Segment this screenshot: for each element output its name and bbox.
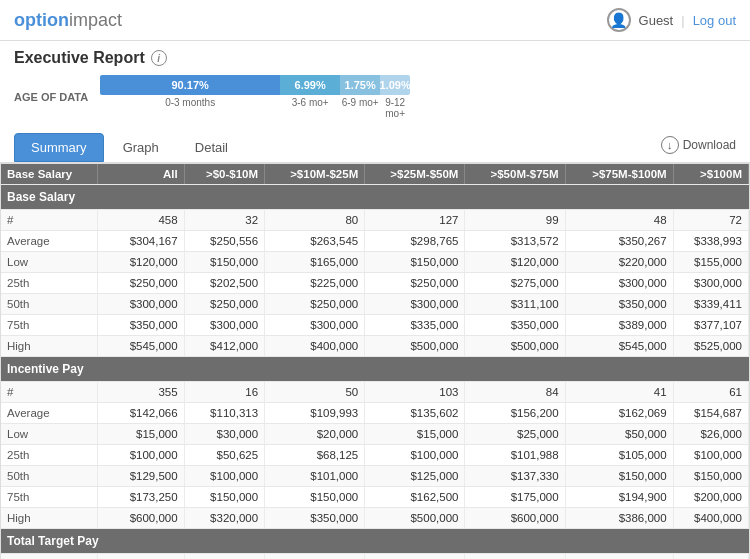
table-cell: Average: [1, 554, 97, 560]
table-cell: $300,000: [565, 273, 673, 294]
table-cell: $220,000: [565, 252, 673, 273]
table-cell: $50,625: [184, 445, 264, 466]
table-cell: $313,572: [465, 231, 565, 252]
table-cell: 458: [97, 210, 184, 231]
section-title: Total Target Pay: [1, 529, 749, 554]
table-cell: $125,000: [365, 466, 465, 487]
table-cell: $500,000: [365, 508, 465, 529]
table-cell: $68,125: [265, 445, 365, 466]
table-cell: $263,545: [265, 231, 365, 252]
table-cell: #: [1, 210, 97, 231]
logo: optionimpact: [14, 10, 122, 31]
table-container[interactable]: Base SalaryAll>$0-$10M>$10M-$25M>$25M-$5…: [0, 163, 750, 559]
table-row: 50th$129,500$100,000$101,000$125,000$137…: [1, 466, 749, 487]
age-segment: 6.99%: [280, 75, 340, 95]
table-cell: 99: [465, 210, 565, 231]
table-cell: $250,000: [97, 273, 184, 294]
age-bar-container: 90.17%6.99%1.75%1.09% 0-3 months3-6 mo+6…: [100, 75, 410, 119]
table-cell: 72: [673, 210, 748, 231]
tab-graph[interactable]: Graph: [106, 133, 176, 162]
table-row: Average$304,167$250,556$263,545$298,765$…: [1, 231, 749, 252]
age-segment: 1.75%: [340, 75, 380, 95]
table-cell: $173,250: [97, 487, 184, 508]
table-cell: $500,000: [465, 336, 565, 357]
download-button[interactable]: ↓ Download: [661, 136, 736, 160]
table-row: 25th$250,000$202,500$225,000$250,000$275…: [1, 273, 749, 294]
col-header-0: Base Salary: [1, 164, 97, 185]
table-cell: $101,988: [465, 445, 565, 466]
table-cell: $100,000: [97, 445, 184, 466]
table-cell: $500,000: [365, 336, 465, 357]
table-cell: 84: [465, 382, 565, 403]
table-cell: 32: [184, 210, 264, 231]
table-cell: $250,000: [365, 273, 465, 294]
table-cell: $150,000: [184, 487, 264, 508]
table-cell: $335,000: [365, 315, 465, 336]
table-cell: $446,105: [465, 554, 565, 560]
table-cell: 127: [365, 210, 465, 231]
age-segment-label: 6-9 mo+: [340, 97, 380, 119]
table-cell: $600,000: [97, 508, 184, 529]
table-cell: $109,993: [265, 403, 365, 424]
table-cell: $300,000: [365, 294, 465, 315]
col-header-5: >$50M-$75M: [465, 164, 565, 185]
table-cell: $350,267: [565, 231, 673, 252]
age-segment: 1.09%: [380, 75, 410, 95]
table-cell: High: [1, 508, 97, 529]
table-cell: $15,000: [365, 424, 465, 445]
table-cell: $165,000: [265, 252, 365, 273]
table-cell: $304,167: [97, 231, 184, 252]
tab-detail[interactable]: Detail: [178, 133, 245, 162]
age-segment-label: 3-6 mo+: [280, 97, 340, 119]
logo-text-2: impact: [69, 10, 122, 30]
table-cell: $400,000: [265, 336, 365, 357]
download-label: Download: [683, 138, 736, 152]
table-cell: High: [1, 336, 97, 357]
table-cell: $600,000: [465, 508, 565, 529]
table-cell: $408,742: [365, 554, 465, 560]
info-icon[interactable]: i: [151, 50, 167, 66]
header: optionimpact 👤 Guest | Log out: [0, 0, 750, 41]
table-cell: $120,000: [465, 252, 565, 273]
table-cell: $250,000: [184, 294, 264, 315]
table-cell: 50: [265, 382, 365, 403]
table-cell: $225,000: [265, 273, 365, 294]
table-cell: $250,556: [184, 231, 264, 252]
table-cell: $150,000: [265, 487, 365, 508]
table-cell: $350,000: [465, 315, 565, 336]
table-cell: #: [1, 382, 97, 403]
section-header: Incentive Pay: [1, 357, 749, 382]
table-cell: $311,100: [465, 294, 565, 315]
table-cell: $300,000: [184, 315, 264, 336]
page-title-area: Executive Report i: [0, 41, 750, 71]
table-cell: $129,500: [97, 466, 184, 487]
table-row: High$545,000$412,000$400,000$500,000$500…: [1, 336, 749, 357]
table-cell: $194,900: [565, 487, 673, 508]
table-cell: $150,000: [565, 466, 673, 487]
table-cell: $26,000: [673, 424, 748, 445]
col-header-4: >$25M-$50M: [365, 164, 465, 185]
table-cell: $30,000: [184, 424, 264, 445]
age-bar-area: AGE OF DATA 90.17%6.99%1.75%1.09% 0-3 mo…: [0, 71, 750, 127]
table-row: Low$120,000$150,000$165,000$150,000$120,…: [1, 252, 749, 273]
table-cell: $162,500: [365, 487, 465, 508]
table-row: #4583280127994872: [1, 210, 749, 231]
table-cell: $488,701: [565, 554, 673, 560]
table-cell: $298,765: [365, 231, 465, 252]
table-cell: 50th: [1, 294, 97, 315]
table-row: Average$414,283$305,712$332,291$408,742$…: [1, 554, 749, 560]
col-header-7: >$100M: [673, 164, 748, 185]
table-cell: $305,712: [184, 554, 264, 560]
section-title: Base Salary: [1, 185, 749, 210]
table-cell: $338,993: [673, 231, 748, 252]
section-header: Base Salary: [1, 185, 749, 210]
logout-link[interactable]: Log out: [693, 13, 736, 28]
table-cell: $412,000: [184, 336, 264, 357]
guest-label: Guest: [639, 13, 674, 28]
tab-summary[interactable]: Summary: [14, 133, 104, 162]
table-row: Average$142,066$110,313$109,993$135,602$…: [1, 403, 749, 424]
table-cell: $350,000: [97, 315, 184, 336]
page-title: Executive Report i: [14, 49, 736, 67]
table-cell: $100,000: [184, 466, 264, 487]
table-cell: 48: [565, 210, 673, 231]
